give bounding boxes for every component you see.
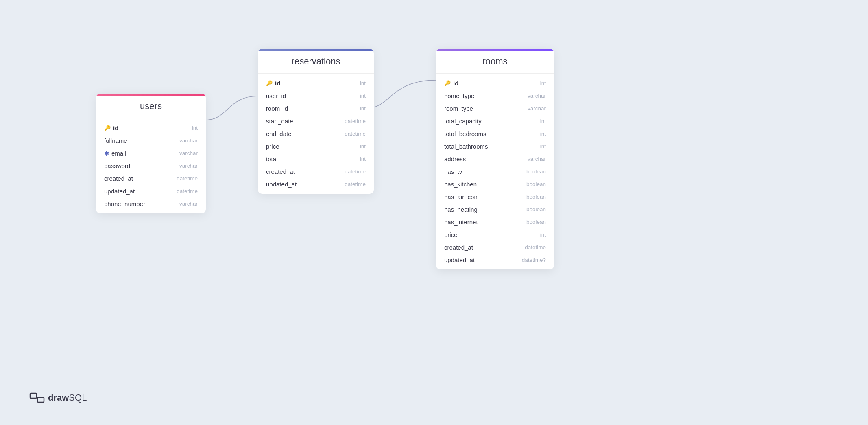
column-type: int [540, 118, 546, 124]
table-row: updated_at datetime [96, 185, 206, 197]
column-name: updated_at [444, 256, 522, 263]
table-row: start_date datetime [258, 115, 374, 127]
column-type: datetime [345, 181, 366, 187]
column-name: price [266, 143, 360, 150]
table-row: fullname varchar [96, 134, 206, 147]
column-name: user_id [266, 92, 360, 99]
table-row: password varchar [96, 160, 206, 172]
column-name: has_air_con [444, 193, 526, 200]
logo-text: drawSQL [48, 392, 87, 403]
column-name: created_at [266, 168, 345, 175]
table-row: address varchar [436, 153, 554, 165]
column-type: datetime [345, 169, 366, 175]
column-name: total [266, 156, 360, 162]
table-row: total_bathrooms int [436, 140, 554, 153]
table-row: total int [258, 153, 374, 165]
svg-rect-1 [37, 397, 44, 402]
column-name: has_heating [444, 206, 526, 213]
asterisk-icon: ✱ [104, 150, 109, 157]
table-row: created_at datetime [258, 165, 374, 178]
table-row: total_bedrooms int [436, 127, 554, 140]
column-type: int [540, 232, 546, 238]
table-row: updated_at datetime? [436, 254, 554, 266]
logo-draw: draw [48, 392, 69, 403]
table-row: home_type varchar [436, 90, 554, 102]
svg-rect-0 [30, 393, 37, 398]
column-type: datetime? [522, 257, 546, 263]
column-type: varchar [179, 150, 198, 156]
column-name: updated_at [104, 188, 177, 195]
table-row: has_kitchen boolean [436, 178, 554, 191]
column-name: room_type [444, 105, 528, 112]
column-name: total_bathrooms [444, 143, 540, 150]
column-name: has_internet [444, 219, 526, 226]
column-name: created_at [104, 175, 177, 182]
column-type: varchar [528, 105, 546, 112]
column-name: phone_number [104, 200, 179, 207]
table-row: phone_number varchar [96, 197, 206, 210]
column-name: ✱ email [104, 150, 179, 157]
column-name: has_tv [444, 168, 526, 175]
table-row: 🔑 id int [436, 77, 554, 90]
column-name: start_date [266, 118, 345, 125]
rooms-table-header: rooms [436, 49, 554, 74]
logo: drawSQL [29, 390, 87, 405]
key-icon: 🔑 [444, 80, 451, 86]
column-type: int [192, 125, 198, 131]
users-table-header: users [96, 94, 206, 118]
column-type: varchar [179, 201, 198, 207]
column-name: 🔑 id [444, 80, 540, 87]
column-name: home_type [444, 92, 528, 99]
column-type: datetime [525, 244, 546, 250]
table-row: end_date datetime [258, 127, 374, 140]
column-name: fullname [104, 137, 179, 144]
column-name: updated_at [266, 181, 345, 188]
column-type: int [360, 143, 366, 149]
table-row: price int [436, 228, 554, 241]
column-type: boolean [526, 169, 546, 175]
table-row: 🔑 id int [96, 122, 206, 134]
column-name: room_id [266, 105, 360, 112]
users-table-body: 🔑 id int fullname varchar ✱ email varcha… [96, 118, 206, 213]
column-name: address [444, 156, 528, 162]
canvas: users 🔑 id int fullname varchar ✱ email [0, 0, 868, 425]
column-name: 🔑 id [104, 125, 192, 131]
column-type: datetime [177, 175, 198, 182]
column-type: varchar [179, 163, 198, 169]
table-row: total_capacity int [436, 115, 554, 127]
table-row: created_at datetime [96, 172, 206, 185]
column-name: created_at [444, 244, 525, 251]
rooms-table-title: rooms [482, 56, 507, 66]
column-type: boolean [526, 206, 546, 212]
column-type: int [540, 80, 546, 86]
table-row: has_internet boolean [436, 216, 554, 228]
svg-line-2 [37, 396, 37, 400]
table-row: has_heating boolean [436, 203, 554, 216]
reservations-table[interactable]: reservations 🔑 id int user_id int room_i… [258, 49, 374, 194]
table-row: has_air_con boolean [436, 191, 554, 203]
table-row: room_type varchar [436, 102, 554, 115]
column-name: end_date [266, 130, 345, 137]
column-name: total_bedrooms [444, 130, 540, 137]
table-row: room_id int [258, 102, 374, 115]
key-icon: 🔑 [104, 125, 111, 131]
column-type: int [540, 131, 546, 137]
table-row: price int [258, 140, 374, 153]
logo-sql: SQL [69, 392, 87, 403]
column-type: varchar [528, 93, 546, 99]
table-row: has_tv boolean [436, 165, 554, 178]
rooms-table-body: 🔑 id int home_type varchar room_type var… [436, 74, 554, 269]
users-table[interactable]: users 🔑 id int fullname varchar ✱ email [96, 94, 206, 213]
column-type: int [540, 143, 546, 149]
table-row: 🔑 id int [258, 77, 374, 90]
column-type: datetime [345, 131, 366, 137]
column-type: datetime [345, 118, 366, 124]
reservations-table-body: 🔑 id int user_id int room_id int sta [258, 74, 374, 194]
column-type: int [360, 105, 366, 112]
column-type: varchar [179, 138, 198, 144]
rooms-table[interactable]: rooms 🔑 id int home_type varchar room_ty… [436, 49, 554, 269]
column-name: password [104, 162, 179, 169]
column-type: varchar [528, 156, 546, 162]
table-row: created_at datetime [436, 241, 554, 254]
column-type: int [360, 156, 366, 162]
